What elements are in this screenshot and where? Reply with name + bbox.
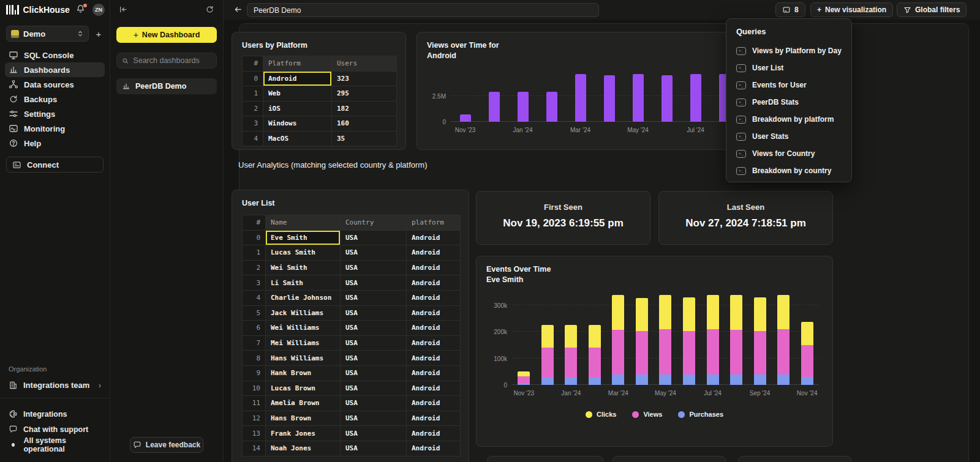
refresh-icon[interactable] <box>205 5 214 14</box>
table-cell[interactable]: Android <box>407 441 461 456</box>
table-cell[interactable]: Android <box>407 351 461 366</box>
table-cell[interactable]: USA <box>341 351 407 366</box>
table-cell[interactable]: Android <box>407 381 461 396</box>
table-cell[interactable]: USA <box>341 305 407 321</box>
add-workspace-button[interactable]: + <box>92 29 105 39</box>
panel-count-button[interactable]: 8 <box>775 2 805 17</box>
query-item[interactable]: >_Views by Platform by Day <box>736 42 846 59</box>
new-visualization-button[interactable]: + New visualization <box>810 2 893 17</box>
sidebar-item-sql-console[interactable]: SQL Console <box>5 48 105 62</box>
table-cell[interactable]: Android <box>407 290 461 305</box>
query-item[interactable]: >_PeerDB Stats <box>736 94 846 111</box>
sidebar-item-integrations-team[interactable]: Integrations team › <box>5 378 105 392</box>
table-cell[interactable]: USA <box>341 321 407 336</box>
table-cell[interactable]: USA <box>341 396 407 411</box>
leave-feedback-button[interactable]: Leave feedback <box>130 437 203 453</box>
table-cell[interactable]: 182 <box>332 101 397 116</box>
query-item[interactable]: >_User Stats <box>736 128 846 145</box>
notifications-bell-icon[interactable] <box>75 4 88 16</box>
table-cell[interactable]: 35 <box>332 131 397 146</box>
bar[interactable] <box>662 75 673 122</box>
table-cell[interactable]: Eve Smith <box>266 230 341 245</box>
dashboard-title-input[interactable]: PeerDB Demo <box>247 3 599 17</box>
table-cell[interactable]: Android <box>407 305 461 321</box>
table-cell[interactable]: USA <box>341 260 407 275</box>
table-cell[interactable]: Android <box>407 260 461 275</box>
search-input[interactable] <box>133 56 211 65</box>
legend-item[interactable]: Views <box>632 411 662 418</box>
bar[interactable] <box>589 291 601 385</box>
new-dashboard-button[interactable]: + New Dashboard <box>116 27 217 43</box>
bar[interactable] <box>683 291 695 385</box>
bar[interactable] <box>754 291 766 385</box>
bar[interactable] <box>575 74 586 122</box>
dashboard-list-item[interactable]: PeerDB Demo <box>116 78 217 94</box>
bar[interactable] <box>633 74 644 122</box>
sidebar-item-help[interactable]: Help <box>5 136 105 151</box>
table-cell[interactable]: Android <box>407 396 461 411</box>
table-cell[interactable]: Lucas Brown <box>266 381 341 396</box>
sidebar-item-integrations[interactable]: Integrations <box>5 406 105 422</box>
bar[interactable] <box>707 291 719 385</box>
dashboard-search[interactable] <box>116 53 217 69</box>
bar[interactable] <box>690 74 701 122</box>
bar[interactable] <box>489 92 500 122</box>
bar[interactable] <box>801 291 813 385</box>
table-cell[interactable]: USA <box>341 230 407 245</box>
legend-item[interactable]: Clicks <box>586 411 616 418</box>
sidebar-item-settings[interactable]: Settings <box>5 106 105 121</box>
collapse-panel-icon[interactable] <box>119 5 128 14</box>
bar[interactable] <box>612 291 624 385</box>
bar[interactable] <box>518 92 529 122</box>
table-cell[interactable]: USA <box>341 290 407 305</box>
table-cell[interactable]: Frank Jones <box>266 426 341 441</box>
table-cell[interactable]: 295 <box>332 86 397 102</box>
legend-item[interactable]: Purchases <box>678 411 723 418</box>
table-cell[interactable]: Android <box>407 335 461 351</box>
table-cell[interactable]: Hank Brown <box>266 365 341 381</box>
table-cell[interactable]: Hans Williams <box>266 351 341 366</box>
bar[interactable] <box>604 75 615 122</box>
sidebar-item-dashboards[interactable]: Dashboards <box>5 62 105 77</box>
table-cell[interactable]: Li Smith <box>266 275 341 291</box>
query-item[interactable]: >_Events for User <box>736 76 846 94</box>
bar[interactable] <box>730 291 742 385</box>
table-cell[interactable]: USA <box>341 275 407 291</box>
table-cell[interactable]: Mei Williams <box>266 335 341 351</box>
table-cell[interactable]: Wei Williams <box>266 321 341 336</box>
table-cell[interactable]: Web <box>263 86 332 102</box>
bar[interactable] <box>518 291 530 385</box>
table-cell[interactable]: USA <box>341 441 407 456</box>
query-item[interactable]: >_User List <box>736 59 846 76</box>
table-cell[interactable]: 160 <box>332 116 397 132</box>
bar[interactable] <box>565 291 577 385</box>
table-cell[interactable]: Android <box>407 230 461 245</box>
connect-button[interactable]: Connect <box>6 157 104 173</box>
table-cell[interactable]: iOS <box>263 101 332 116</box>
table-cell[interactable]: Windows <box>263 116 332 132</box>
bar[interactable] <box>546 92 557 122</box>
avatar[interactable]: ZN <box>92 4 105 16</box>
table-cell[interactable]: USA <box>341 411 407 426</box>
table-cell[interactable]: Wei Smith <box>266 260 341 275</box>
table-cell[interactable]: Jack Williams <box>266 305 341 321</box>
sidebar-item-data-sources[interactable]: Data sources <box>5 77 105 92</box>
table-cell[interactable]: Android <box>407 275 461 291</box>
query-item[interactable]: >_Breakdown by platform <box>736 111 846 128</box>
table-cell[interactable]: Android <box>407 411 461 426</box>
table-cell[interactable]: USA <box>341 335 407 351</box>
table-cell[interactable]: Android <box>407 245 461 261</box>
bar[interactable] <box>659 291 671 385</box>
sidebar-item-backups[interactable]: Backups <box>5 92 105 106</box>
table-cell[interactable]: Android <box>263 71 332 86</box>
bar[interactable] <box>460 114 471 122</box>
table-cell[interactable]: USA <box>341 365 407 381</box>
query-item[interactable]: >_Breakdown by country <box>736 162 846 179</box>
table-cell[interactable]: Lucas Smith <box>266 245 341 261</box>
table-cell[interactable]: USA <box>341 426 407 441</box>
bar[interactable] <box>777 291 790 385</box>
table-cell[interactable]: Amelia Brown <box>266 396 341 411</box>
table-cell[interactable]: Noah Jones <box>266 441 341 456</box>
bar[interactable] <box>636 291 648 385</box>
table-cell[interactable]: 323 <box>332 71 397 86</box>
